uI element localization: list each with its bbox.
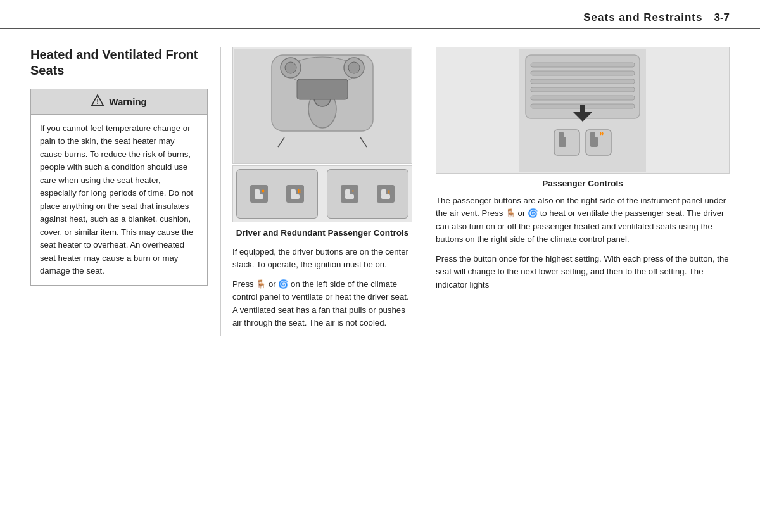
warning-header: ! Warning — [31, 89, 207, 115]
seat-button-panels — [232, 165, 412, 222]
right-image-caption: Passenger Controls — [436, 179, 730, 188]
svg-rect-41 — [590, 132, 595, 139]
page-number: 3-7 — [714, 11, 730, 24]
right-column: Passenger Controls The passenger buttons… — [424, 47, 730, 298]
svg-rect-35 — [580, 104, 585, 113]
warning-box: ! Warning If you cannot feel temperature… — [30, 89, 208, 286]
driver-btn-panel — [236, 169, 319, 218]
passenger-controls-image — [436, 47, 730, 174]
warning-body: If you cannot feel temperature change or… — [31, 115, 207, 285]
seat-heat-btn-1[interactable] — [250, 185, 268, 203]
seat-vent-btn-2[interactable] — [377, 185, 395, 203]
triangle-warning-icon: ! — [91, 94, 104, 106]
warning-label: Warning — [109, 96, 146, 107]
svg-text:!: ! — [96, 98, 99, 105]
main-content: Heated and Ventilated Front Seats ! Warn… — [0, 29, 760, 354]
svg-rect-37 — [586, 130, 611, 155]
mid-image-caption: Driver and Redundant Passenger Controls — [232, 227, 412, 239]
svg-rect-22 — [345, 189, 350, 196]
svg-point-6 — [285, 62, 296, 73]
svg-rect-25 — [381, 189, 386, 196]
svg-rect-39 — [559, 132, 564, 139]
mid-para-1: If equipped, the driver buttons are on t… — [232, 246, 412, 272]
svg-rect-30 — [531, 79, 635, 84]
seat-heat-btn-2[interactable] — [286, 185, 304, 203]
svg-rect-36 — [554, 130, 580, 155]
car-controls-image — [232, 47, 412, 164]
right-para-2: Press the button once for the highest se… — [436, 253, 730, 291]
svg-rect-32 — [531, 96, 635, 100]
svg-rect-29 — [531, 71, 635, 75]
passenger-btn-panel — [327, 169, 409, 218]
section-title: Heated and Ventilated Front Seats — [30, 47, 208, 79]
svg-point-8 — [348, 62, 360, 73]
svg-rect-19 — [291, 189, 296, 196]
svg-rect-11 — [297, 79, 348, 99]
page-header: Seats and Restraints 3-7 — [0, 0, 760, 29]
middle-column: Driver and Redundant Passenger Controls … — [221, 47, 424, 336]
svg-rect-28 — [531, 63, 635, 67]
passenger-controls-svg — [519, 49, 646, 172]
car-console-svg — [234, 49, 411, 163]
left-column: Heated and Ventilated Front Seats ! Warn… — [30, 47, 220, 293]
warning-text: If you cannot feel temperature change or… — [40, 122, 198, 277]
right-para-1: The passenger buttons are also on the ri… — [436, 194, 730, 246]
seat-vent-btn-1[interactable] — [341, 185, 358, 203]
mid-para-2: Press 🪑 or 🌀 on the left side of the cli… — [232, 278, 412, 330]
svg-rect-31 — [531, 87, 635, 92]
svg-rect-16 — [255, 189, 260, 196]
section-header-title: Seats and Restraints — [583, 11, 702, 24]
warning-icon: ! — [91, 94, 104, 109]
